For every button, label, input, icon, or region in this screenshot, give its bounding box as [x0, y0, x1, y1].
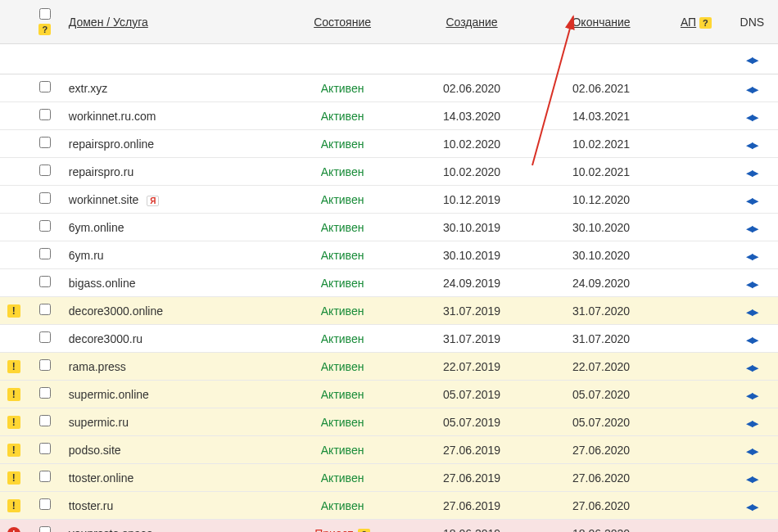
dns-arrows-icon[interactable]: ◀▶	[746, 223, 758, 233]
domain-name[interactable]: decore3000.online	[69, 304, 163, 318]
dns-arrows-icon[interactable]: ◀▶	[746, 55, 758, 65]
row-checkbox[interactable]	[39, 276, 51, 287]
expires-date: 05.07.2020	[572, 416, 630, 429]
created-date: 10.02.2020	[443, 165, 500, 178]
row-checkbox[interactable]	[39, 471, 51, 482]
status-label: Активен	[321, 388, 364, 401]
row-checkbox[interactable]	[39, 165, 51, 176]
domain-name[interactable]: repairspro.ru	[69, 165, 133, 178]
row-checkbox[interactable]	[39, 109, 51, 120]
status-label: Активен	[321, 82, 364, 95]
expires-date: 27.06.2020	[572, 499, 630, 512]
warning-icon[interactable]: !	[7, 471, 20, 485]
row-checkbox[interactable]	[39, 387, 51, 399]
sort-domain[interactable]: Домен / Услуга	[69, 16, 148, 29]
dns-arrows-icon[interactable]: ◀▶	[746, 307, 758, 317]
sort-created[interactable]: Создание	[446, 16, 497, 29]
help-icon[interactable]: ?	[38, 24, 51, 35]
dns-arrows-icon[interactable]: ◀▶	[746, 363, 758, 372]
domain-name[interactable]: rama.press	[69, 360, 126, 373]
dns-arrows-icon[interactable]: ◀▶	[746, 84, 758, 94]
error-icon[interactable]: !	[7, 527, 20, 532]
expires-date: 22.07.2020	[572, 360, 630, 373]
expires-date: 18.06.2020	[572, 527, 630, 533]
header-expires: Окончание	[536, 0, 666, 44]
domain-name[interactable]: workinnet.site	[69, 193, 139, 206]
row-checkbox[interactable]	[39, 192, 51, 204]
domains-table: ? Домен / Услуга Состояние Создание Окон…	[0, 0, 778, 532]
row-checkbox[interactable]	[39, 248, 51, 259]
row-checkbox[interactable]	[39, 415, 51, 426]
row-checkbox[interactable]	[39, 526, 51, 532]
domain-name[interactable]: ttoster.ru	[69, 499, 113, 512]
created-date: 05.07.2019	[443, 388, 500, 401]
row-checkbox[interactable]	[39, 359, 51, 371]
domain-name[interactable]: 6ym.ru	[69, 249, 104, 262]
table-row: workinnet.ru.comАктивен14.03.202014.03.2…	[0, 102, 778, 130]
created-date: 27.06.2019	[443, 499, 500, 512]
row-checkbox[interactable]	[39, 81, 51, 92]
domain-name[interactable]: decore3000.ru	[69, 332, 142, 345]
domain-name[interactable]: repairspro.online	[69, 138, 154, 151]
dns-arrows-icon[interactable]: ◀▶	[746, 112, 758, 122]
table-row: extr.xyzАктивен02.06.202002.06.2021◀▶	[0, 74, 778, 102]
dns-arrows-icon[interactable]: ◀▶	[746, 140, 758, 150]
sort-ap[interactable]: АП	[681, 16, 696, 29]
warning-icon[interactable]: !	[7, 499, 20, 512]
domain-name[interactable]: extr.xyz	[69, 82, 107, 95]
dns-arrows-icon[interactable]: ◀▶	[746, 418, 758, 428]
dns-arrows-icon[interactable]: ◀▶	[746, 390, 758, 400]
status-label: Активен	[321, 471, 364, 485]
domain-name[interactable]: supermic.ru	[69, 416, 129, 429]
status-label: Активен	[321, 444, 364, 457]
expires-date: 24.09.2020	[572, 277, 630, 290]
dns-arrows-icon[interactable]: ◀▶	[746, 251, 758, 261]
created-date: 30.10.2019	[443, 221, 500, 234]
table-subheader-row: ◀▶	[0, 44, 778, 74]
created-date: 31.07.2019	[443, 304, 500, 318]
help-icon[interactable]: ?	[358, 529, 370, 533]
created-date: 05.07.2019	[443, 416, 500, 429]
dns-arrows-icon[interactable]: ◀▶	[746, 530, 758, 533]
row-checkbox[interactable]	[39, 304, 51, 315]
dns-arrows-icon[interactable]: ◀▶	[746, 335, 758, 345]
select-all-checkbox[interactable]	[39, 8, 51, 20]
sort-expires[interactable]: Окончание	[572, 16, 630, 29]
dns-arrows-icon[interactable]: ◀▶	[746, 279, 758, 289]
dns-arrows-icon[interactable]: ◀▶	[746, 474, 758, 484]
row-checkbox[interactable]	[39, 331, 51, 343]
status-label: Активен	[321, 360, 364, 373]
warning-icon[interactable]: !	[7, 444, 20, 457]
domain-name[interactable]: youprosto.space	[69, 527, 153, 533]
domain-name[interactable]: supermic.online	[69, 388, 149, 401]
row-checkbox[interactable]	[39, 137, 51, 148]
domain-name[interactable]: workinnet.ru.com	[69, 110, 156, 123]
warning-icon[interactable]: !	[7, 304, 20, 318]
header-domain: Домен / Услуга	[62, 0, 278, 44]
warning-icon[interactable]: !	[7, 360, 20, 373]
status-label: Активен	[321, 304, 364, 318]
domain-name[interactable]: 6ym.online	[69, 221, 124, 234]
expires-date: 10.02.2021	[572, 138, 630, 151]
status-label: Активен	[321, 138, 364, 151]
created-date: 27.06.2019	[443, 471, 500, 485]
created-date: 22.07.2019	[443, 360, 500, 373]
warning-icon[interactable]: !	[7, 416, 20, 429]
domain-name[interactable]: ttoster.online	[69, 471, 133, 485]
sort-status[interactable]: Состояние	[314, 16, 371, 29]
domain-name[interactable]: podso.site	[69, 444, 121, 457]
dns-arrows-icon[interactable]: ◀▶	[746, 502, 758, 512]
status-label: Активен	[321, 221, 364, 234]
row-checkbox[interactable]	[39, 498, 51, 510]
dns-arrows-icon[interactable]: ◀▶	[746, 196, 758, 205]
warning-icon[interactable]: !	[7, 388, 20, 401]
dns-arrows-icon[interactable]: ◀▶	[746, 446, 758, 456]
domain-name[interactable]: bigass.online	[69, 277, 136, 290]
row-checkbox[interactable]	[39, 220, 51, 232]
help-icon[interactable]: ?	[699, 17, 712, 29]
dns-arrows-icon[interactable]: ◀▶	[746, 168, 758, 178]
expires-date: 02.06.2021	[572, 82, 630, 95]
row-checkbox[interactable]	[39, 443, 51, 454]
created-date: 27.06.2019	[443, 444, 500, 457]
expires-date: 10.12.2020	[572, 193, 630, 206]
